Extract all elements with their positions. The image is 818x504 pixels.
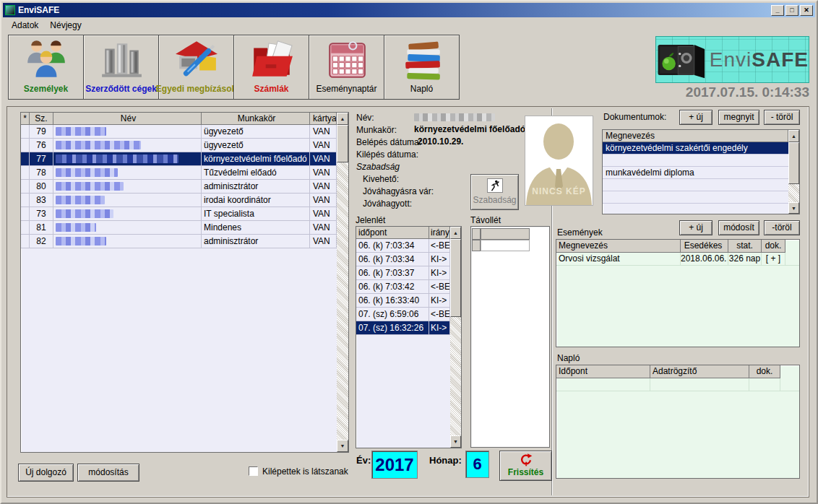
documents-scrollbar[interactable]	[788, 142, 799, 202]
cell-irany: <-BE	[429, 308, 450, 321]
refresh-button[interactable]: Frissítés	[499, 451, 552, 481]
attendance-scroll-thumb[interactable]	[450, 239, 461, 317]
scroll-up-icon[interactable]: ▲	[450, 227, 461, 239]
col-kartya[interactable]: kártya	[310, 113, 337, 125]
year-field[interactable]: 2017	[371, 451, 418, 479]
attendance-row[interactable]: 06. (k) 7:03:37KI->	[356, 266, 461, 280]
clock: 2017.07.15. 0:14:33	[655, 84, 809, 100]
toolbar-button-naptar[interactable]: Eseménynaptár	[309, 35, 384, 100]
cell-munkakor: adminisztrátor	[202, 180, 310, 193]
col-sz[interactable]: Sz.	[30, 113, 53, 125]
event-delete-button[interactable]: -töröl	[764, 220, 800, 235]
document-row[interactable]	[603, 179, 788, 191]
col-adatrogzito[interactable]: Adatrögzítő	[650, 365, 749, 378]
app-window: EnviSAFE _ □ ✕ Adatok Névjegy SzemélyekS…	[0, 0, 818, 504]
show-leavers-checkbox[interactable]	[249, 466, 258, 476]
toolbar-button-megbizasok[interactable]: Egyedi megbízások	[158, 35, 234, 100]
col-star[interactable]: *	[21, 113, 30, 125]
close-button[interactable]: ✕	[800, 5, 813, 16]
employee-row[interactable]: 80adminisztrátorVAN	[21, 180, 348, 194]
document-delete-button[interactable]: - töröl	[764, 110, 800, 125]
job-label: Munkakör:	[356, 125, 397, 135]
attendance-row[interactable]: 06. (k) 7:03:34KI->	[356, 253, 461, 266]
attendance-body: 06. (k) 7:03:34<-BE06. (k) 7:03:34KI->06…	[356, 239, 461, 335]
cell-nev	[53, 194, 202, 207]
scroll-up-icon[interactable]: ▲	[337, 113, 348, 125]
employee-row[interactable]: 73IT specialistaVAN	[21, 207, 348, 221]
attendance-row[interactable]: 06. (k) 7:03:42<-BE	[356, 280, 461, 294]
no-photo-text: NINCS KÉP	[525, 186, 593, 196]
cell-irany: KI->	[429, 253, 450, 266]
employee-scrollbar[interactable]	[337, 125, 348, 440]
col-log-dok[interactable]: dok.	[749, 365, 780, 378]
modify-button[interactable]: módosítás	[77, 464, 139, 482]
employee-row[interactable]: 76ügyvezetőVAN	[21, 139, 348, 152]
toolbar-button-cegek[interactable]: Szerződött cégek	[83, 35, 159, 100]
attendance-row[interactable]: 06. (k) 16:33:40KI->	[356, 294, 461, 308]
month-field[interactable]: 6	[465, 451, 489, 478]
toolbar-button-szemelyek[interactable]: Személyek	[8, 35, 84, 100]
absence-header-cell	[481, 228, 530, 240]
col-idopont[interactable]: időpont	[356, 227, 429, 239]
col-esedekes[interactable]: Esedékes	[681, 240, 728, 253]
documents-body: környezetvédelmi szakértői engedélymunka…	[603, 142, 788, 204]
attendance-row[interactable]: 07. (sz) 16:32:26KI->	[356, 321, 461, 335]
col-log-idopont[interactable]: Időpont	[556, 365, 650, 378]
col-megnevezes[interactable]: Megnevezés	[603, 130, 788, 142]
document-row[interactable]	[603, 155, 788, 167]
employee-scroll-thumb[interactable]	[337, 125, 348, 162]
cell-sz: 82	[30, 235, 53, 248]
scroll-down-icon[interactable]: ▼	[788, 202, 799, 214]
menu-adatok[interactable]: Adatok	[7, 19, 43, 32]
attendance-row[interactable]: 07. (sz) 6:59:06<-BE	[356, 308, 461, 321]
cell-kartya: VAN	[310, 152, 337, 165]
document-row[interactable]	[603, 191, 788, 204]
maximize-button[interactable]: □	[785, 5, 798, 16]
attendance-row[interactable]: 06. (k) 7:03:34<-BE	[356, 239, 461, 253]
event-row[interactable]: Orvosi vizsgálat2018.06.06.326 nap[ + ]	[556, 253, 799, 266]
toolbar-button-naplo[interactable]: Napló	[384, 35, 460, 100]
col-dok[interactable]: dok.	[762, 240, 785, 253]
new-employee-button[interactable]: Új dolgozó	[18, 464, 74, 482]
employee-row[interactable]: 83irodai koordinátorVAN	[21, 194, 348, 207]
cell-irany: KI->	[429, 266, 450, 279]
event-modify-button[interactable]: módosít	[718, 220, 759, 235]
menu-nevjegy[interactable]: Névjegy	[46, 19, 85, 32]
attendance-scrollbar[interactable]	[450, 239, 461, 435]
toolbar-button-szamlak[interactable]: Számlák	[233, 35, 309, 100]
employee-row[interactable]: 77környezetvédelmi főelőadóVAN	[21, 152, 348, 166]
employee-table-body: 79ügyvezetőVAN76ügyvezetőVAN77környezetv…	[21, 125, 348, 248]
col-stat[interactable]: stat.	[728, 240, 762, 253]
cell-dok[interactable]: [ + ]	[762, 253, 785, 265]
scroll-down-icon[interactable]: ▼	[450, 435, 461, 448]
cell-munkakor: Mindenes	[202, 221, 310, 234]
scroll-up-icon[interactable]: ▲	[788, 130, 799, 142]
minimize-button[interactable]: _	[771, 5, 784, 16]
cell-kartya: VAN	[310, 166, 337, 179]
document-row[interactable]: munkavédelmi diploma	[603, 167, 788, 179]
col-event-megnevezes[interactable]: Megnevezés	[556, 240, 681, 253]
event-add-button[interactable]: + új	[679, 220, 712, 235]
employee-row[interactable]: 81MindenesVAN	[21, 221, 348, 235]
document-row[interactable]: környezetvédelmi szakértői engedély	[603, 142, 788, 155]
buildings-icon	[99, 38, 144, 82]
events-header: Megnevezés Esedékes stat. dok.	[556, 240, 799, 253]
attendance-title: Jelenlét	[356, 215, 385, 225]
vacation-button[interactable]: Szabadság	[470, 174, 519, 210]
scroll-down-icon[interactable]: ▼	[337, 440, 348, 452]
document-open-button[interactable]: megnyit	[718, 110, 759, 125]
redacted-name	[56, 141, 141, 149]
cell-irany: KI->	[429, 321, 450, 334]
employee-row[interactable]: 79ügyvezetőVAN	[21, 125, 348, 139]
document-add-button[interactable]: + új	[679, 110, 712, 125]
col-munkakor[interactable]: Munkakör	[202, 113, 310, 125]
cell-irany: <-BE	[429, 280, 450, 293]
documents-scroll-thumb[interactable]	[788, 142, 799, 184]
col-irany[interactable]: irány	[429, 227, 450, 239]
events-title: Események	[557, 227, 603, 238]
employee-row[interactable]: 78Tűzvédelmi előadóVAN	[21, 166, 348, 180]
employee-row[interactable]: 82adminisztrátorVAN	[21, 235, 348, 248]
col-nev[interactable]: Név	[53, 113, 202, 125]
cell-star	[21, 235, 30, 248]
photo-placeholder: NINCS KÉP	[525, 116, 593, 206]
